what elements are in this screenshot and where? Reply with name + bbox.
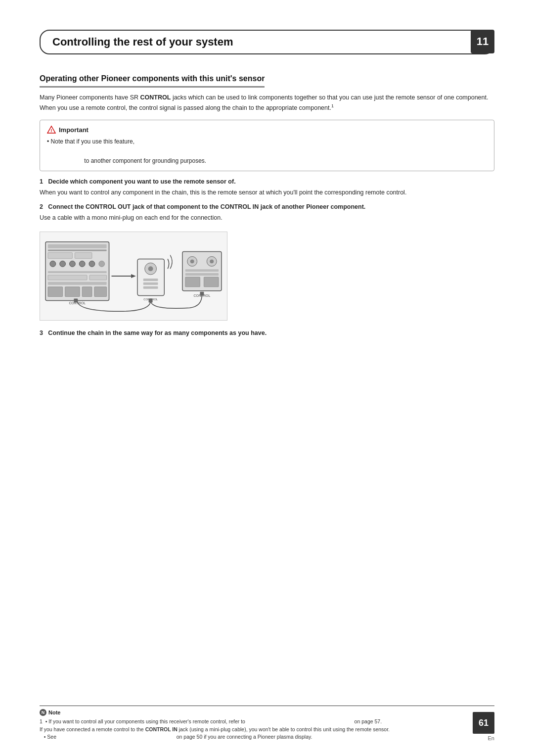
svg-rect-17 [48, 286, 63, 296]
svg-rect-4 [48, 249, 107, 251]
page-number-box: 61 [473, 712, 494, 734]
warning-icon: ! [47, 125, 56, 134]
note-icon: N [40, 709, 46, 716]
svg-marker-23 [131, 274, 136, 278]
section-block: Operating other Pioneer components with … [40, 74, 494, 336]
note-title: N Note [40, 709, 494, 716]
important-box: ! Important • Note that if you use this … [40, 120, 494, 171]
svg-point-7 [50, 261, 56, 267]
svg-rect-16 [48, 282, 107, 285]
svg-point-9 [69, 261, 75, 267]
svg-rect-38 [185, 277, 200, 287]
svg-point-33 [190, 259, 194, 263]
step-2-text: Use a cable with a mono mini-plug on eac… [40, 213, 494, 223]
step-1-heading: 1 Decide which component you want to use… [40, 178, 494, 185]
svg-rect-20 [94, 286, 107, 296]
chapter-title: Controlling the rest of your system [52, 36, 482, 48]
svg-rect-19 [82, 286, 92, 296]
svg-point-8 [60, 261, 66, 267]
svg-rect-5 [48, 252, 72, 258]
chapter-header: Controlling the rest of your system 11 [40, 30, 494, 54]
svg-text:!: ! [51, 128, 52, 133]
svg-rect-13 [48, 271, 107, 273]
svg-rect-14 [48, 275, 87, 280]
svg-rect-6 [75, 252, 92, 258]
svg-point-26 [148, 266, 153, 271]
footer-notes: N Note 1 • If you want to control all yo… [40, 706, 494, 741]
svg-rect-3 [48, 244, 107, 248]
svg-rect-37 [185, 273, 219, 276]
svg-rect-43 [200, 291, 204, 295]
svg-rect-36 [185, 269, 219, 272]
diagram-svg: CONTROL CONTROL [40, 232, 227, 320]
important-label: Important [59, 126, 89, 134]
page-lang: En [488, 735, 494, 741]
svg-rect-27 [143, 279, 158, 281]
svg-point-10 [79, 261, 85, 267]
svg-rect-42 [149, 298, 153, 302]
svg-point-12 [99, 261, 105, 267]
svg-rect-15 [89, 275, 107, 280]
diagram-container: CONTROL CONTROL [40, 232, 227, 321]
svg-point-11 [89, 261, 95, 267]
important-title: ! Important [47, 125, 487, 134]
step-2-heading: 2 Connect the CONTROL OUT jack of that c… [40, 203, 494, 210]
page-number-block: 61 En [473, 712, 494, 741]
intro-text: Many Pioneer components have SR CONTROL … [40, 93, 494, 113]
chapter-number: 11 [471, 30, 494, 53]
section-heading: Operating other Pioneer components with … [40, 74, 265, 88]
note-label: Note [48, 709, 60, 715]
svg-rect-18 [65, 286, 80, 296]
note-text-1: 1 • If you want to control all your comp… [40, 718, 494, 741]
svg-rect-39 [204, 277, 219, 287]
page-container: Controlling the rest of your system 11 O… [0, 0, 534, 756]
important-text: • Note that if you use this feature, to … [47, 137, 487, 166]
svg-rect-41 [74, 298, 78, 302]
step-3-heading: 3 Continue the chain in the same way for… [40, 330, 494, 336]
svg-rect-28 [143, 283, 158, 285]
svg-point-35 [210, 259, 214, 263]
step-1-text: When you want to control any component i… [40, 188, 494, 197]
svg-rect-29 [143, 286, 158, 288]
